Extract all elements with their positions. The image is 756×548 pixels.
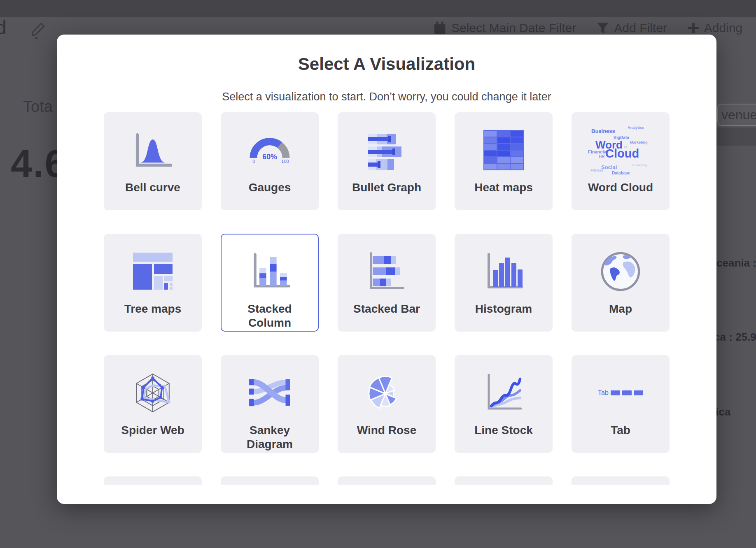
tab-icon-label: Tab	[598, 389, 609, 397]
viz-card-label: Map	[609, 302, 632, 316]
viz-card-label: Heat maps	[474, 181, 533, 195]
legend-label-oceania-partial: ceania : 8	[716, 257, 756, 269]
gauge-icon: 60% 0 100	[248, 125, 291, 176]
revenue-chip-label: venue	[721, 107, 756, 123]
heat-map-icon	[483, 125, 524, 176]
viz-card-stacked-column[interactable]: Stacked Column	[221, 234, 319, 332]
viz-card-partial[interactable]	[455, 476, 553, 485]
viz-card-partial[interactable]	[221, 476, 319, 485]
word-cloud-word: HR	[599, 154, 604, 159]
dialog-subtitle: Select a visualization to start. Don’t w…	[57, 91, 716, 103]
spider-web-icon	[131, 367, 174, 418]
legend-label-africa-partial: ca : 25.95	[714, 331, 756, 344]
tab-block	[622, 390, 632, 395]
gauge-max: 100	[281, 159, 289, 164]
background-toolbar: Select Main Date Filter Add Filter Addin…	[433, 20, 756, 36]
viz-card-label: Histogram	[475, 302, 532, 316]
word-cloud-word: Business	[591, 128, 615, 134]
viz-card-partial[interactable]	[338, 476, 436, 485]
tab-block	[611, 390, 620, 395]
word-cloud-word: Marketing	[630, 140, 648, 144]
viz-card-label: Spider Web	[121, 423, 184, 437]
stacked-column-icon	[248, 246, 291, 297]
viz-card-line-stock[interactable]: Line Stock	[455, 355, 553, 453]
viz-card-partial[interactable]	[572, 476, 670, 485]
word-cloud-word: Cloud	[605, 147, 639, 160]
select-main-date-filter-label: Select Main Date Filter	[451, 21, 576, 35]
bullet-graph-icon	[366, 125, 407, 176]
word-cloud-icon: Business Analytics BigData Word Marketin…	[588, 125, 653, 176]
background-band	[716, 128, 756, 146]
add-filter-label: Add Filter	[614, 21, 667, 35]
stacked-bar-icon	[366, 246, 407, 297]
viz-card-tab[interactable]: Tab Tab	[572, 355, 670, 453]
viz-card-histogram[interactable]: Histogram	[455, 234, 553, 332]
viz-card-label: Bell curve	[125, 181, 180, 195]
viz-card-label: Stacked Column	[229, 302, 311, 330]
viz-card-tree-maps[interactable]: Tree maps	[104, 234, 202, 332]
word-cloud-word: eLearning	[632, 163, 647, 167]
select-visualization-dialog: Select A Visualization Select a visualiz…	[57, 35, 716, 504]
viz-card-heat-maps[interactable]: Heat maps	[455, 112, 553, 210]
viz-card-label: Bullet Graph	[352, 181, 421, 195]
word-cloud-word: Database	[612, 171, 630, 175]
word-cloud-word: Financial	[588, 149, 608, 154]
tab-icon: Tab	[598, 367, 643, 418]
gauge-min: 0	[252, 159, 255, 164]
select-main-date-filter-button[interactable]: Select Main Date Filter	[433, 21, 576, 35]
viz-card-label: Word Cloud	[588, 181, 653, 195]
viz-card-partial[interactable]	[104, 476, 202, 485]
revenue-chip-partial[interactable]: venue	[717, 104, 756, 126]
viz-card-label: Stacked Bar	[353, 302, 420, 316]
kpi-title-partial: Tota	[23, 98, 53, 116]
edit-pencil-icon[interactable]	[30, 21, 46, 39]
wind-rose-icon	[366, 367, 407, 418]
viz-card-label: Gauges	[249, 181, 291, 195]
funnel-icon	[597, 22, 609, 34]
globe-map-icon	[599, 246, 642, 297]
viz-card-bullet-graph[interactable]: Bullet Graph	[338, 112, 436, 210]
dashboard-title-partial: d	[0, 16, 7, 39]
viz-card-spider-web[interactable]: Spider Web	[104, 355, 202, 453]
viz-card-label: Tab	[611, 423, 630, 437]
background-top-band	[0, 0, 756, 17]
tree-map-icon	[132, 246, 173, 297]
word-cloud-word: Fitness	[590, 168, 604, 172]
word-cloud-word: Social	[601, 164, 617, 170]
adding-label: Adding	[704, 21, 742, 35]
legend-label-partial: ica	[716, 406, 730, 418]
calendar-icon	[433, 21, 446, 35]
histogram-icon	[483, 246, 524, 297]
viz-card-stacked-bar[interactable]: Stacked Bar	[338, 234, 436, 332]
viz-card-gauges[interactable]: 60% 0 100 Gauges	[221, 112, 319, 210]
word-cloud-word: Analytics	[628, 125, 644, 130]
add-filter-button[interactable]: Add Filter	[597, 21, 667, 35]
viz-card-label: Line Stock	[474, 423, 533, 437]
viz-card-sankey-diagram[interactable]: Sankey Diagram	[221, 355, 319, 453]
viz-card-word-cloud[interactable]: Business Analytics BigData Word Marketin…	[572, 112, 670, 210]
visualization-grid: Bell curve 60% 0 100 Gauges	[104, 112, 670, 485]
tab-block	[634, 390, 643, 395]
viz-card-map[interactable]: Map	[572, 234, 670, 332]
viz-card-label: Sankey Diagram	[229, 423, 311, 451]
plus-icon	[688, 22, 699, 34]
viz-card-label: Tree maps	[124, 302, 182, 316]
gauge-value: 60%	[262, 153, 277, 161]
adding-button[interactable]: Adding	[688, 21, 742, 35]
dialog-title: Select A Visualization	[57, 54, 716, 74]
viz-card-bell-curve[interactable]: Bell curve	[104, 112, 202, 210]
bell-curve-icon	[131, 125, 175, 176]
line-stock-icon	[483, 367, 524, 418]
sankey-diagram-icon	[248, 367, 291, 418]
viz-card-label: Wind Rose	[357, 423, 416, 437]
viz-card-wind-rose[interactable]: Wind Rose	[338, 355, 436, 453]
